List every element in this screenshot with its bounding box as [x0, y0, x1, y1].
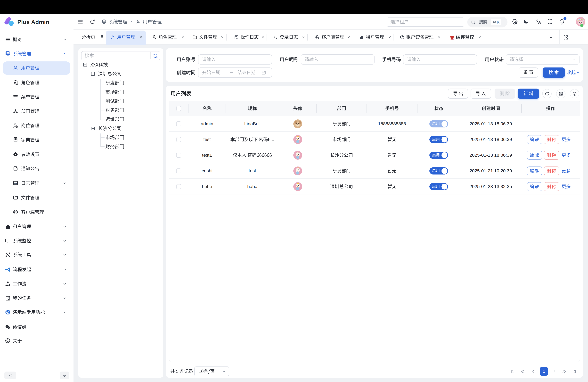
svg-text:DEV: DEV	[14, 182, 17, 184]
svg-text:redis: redis	[451, 39, 454, 40]
